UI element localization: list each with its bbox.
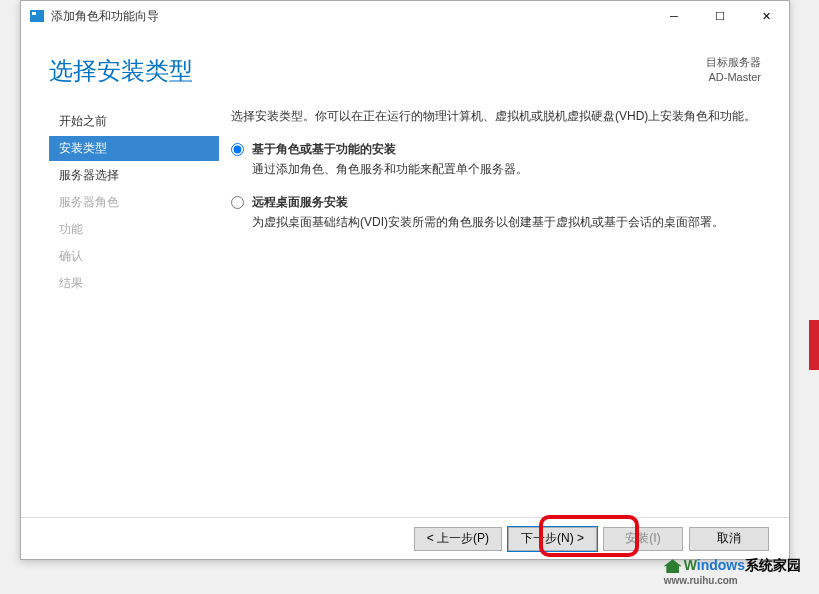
next-button[interactable]: 下一步(N) > [508, 527, 597, 551]
sidebar-item-before-begin[interactable]: 开始之前 [49, 109, 219, 134]
titlebar: 添加角色和功能向导 ─ ☐ ✕ [21, 1, 789, 31]
sidebar: 开始之前 安装类型 服务器选择 服务器角色 功能 确认 结果 [49, 107, 219, 487]
sidebar-item-install-type[interactable]: 安装类型 [49, 136, 219, 161]
radio-rds-input[interactable] [231, 196, 244, 209]
svg-rect-1 [32, 12, 36, 15]
intro-text: 选择安装类型。你可以在正在运行的物理计算机、虚拟机或脱机虚拟硬盘(VHD)上安装… [231, 107, 761, 125]
minimize-button[interactable]: ─ [651, 1, 697, 31]
radio-role-based-input[interactable] [231, 143, 244, 156]
footer: < 上一步(P) 下一步(N) > 安装(I) 取消 [21, 517, 789, 559]
radio-rds-title: 远程桌面服务安装 [252, 194, 761, 211]
radio-role-based-desc: 通过添加角色、角色服务和功能来配置单个服务器。 [252, 160, 761, 178]
sidebar-item-features: 功能 [49, 217, 219, 242]
sidebar-item-server-select[interactable]: 服务器选择 [49, 163, 219, 188]
wizard-dialog: 添加角色和功能向导 ─ ☐ ✕ 选择安装类型 目标服务器 AD-Master 开… [20, 0, 790, 560]
app-icon [29, 8, 45, 24]
page-title: 选择安装类型 [49, 55, 193, 87]
install-type-radio-group: 基于角色或基于功能的安装 通过添加角色、角色服务和功能来配置单个服务器。 远程桌… [231, 141, 761, 231]
sidebar-item-confirm: 确认 [49, 244, 219, 269]
watermark: Windows系统家园 www.ruihu.com [664, 557, 801, 586]
prev-button[interactable]: < 上一步(P) [414, 527, 502, 551]
window-title: 添加角色和功能向导 [51, 8, 651, 25]
install-button: 安装(I) [603, 527, 683, 551]
target-info: 目标服务器 AD-Master [706, 55, 761, 86]
close-button[interactable]: ✕ [743, 1, 789, 31]
sidebar-item-server-roles: 服务器角色 [49, 190, 219, 215]
sidebar-item-results: 结果 [49, 271, 219, 296]
target-label: 目标服务器 [706, 55, 761, 70]
radio-role-based-title: 基于角色或基于功能的安装 [252, 141, 761, 158]
radio-rds[interactable]: 远程桌面服务安装 为虚拟桌面基础结构(VDI)安装所需的角色服务以创建基于虚拟机… [231, 194, 761, 231]
main-panel: 选择安装类型。你可以在正在运行的物理计算机、虚拟机或脱机虚拟硬盘(VHD)上安装… [219, 107, 761, 487]
cancel-button[interactable]: 取消 [689, 527, 769, 551]
maximize-button[interactable]: ☐ [697, 1, 743, 31]
svg-rect-0 [30, 10, 44, 22]
radio-rds-desc: 为虚拟桌面基础结构(VDI)安装所需的角色服务以创建基于虚拟机或基于会话的桌面部… [252, 213, 761, 231]
target-name: AD-Master [706, 70, 761, 85]
house-icon [664, 559, 682, 573]
header: 选择安装类型 目标服务器 AD-Master [21, 31, 789, 107]
radio-role-based[interactable]: 基于角色或基于功能的安装 通过添加角色、角色服务和功能来配置单个服务器。 [231, 141, 761, 178]
